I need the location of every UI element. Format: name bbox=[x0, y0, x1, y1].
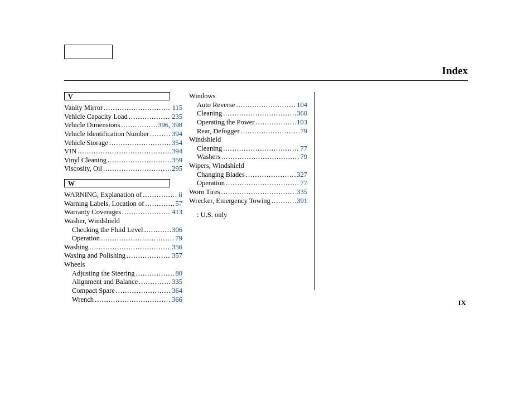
index-entry-leader: ........................................… bbox=[101, 234, 175, 243]
index-entry-label: Operation bbox=[197, 179, 226, 188]
index-entry-leader: ........................................… bbox=[116, 287, 171, 296]
index-page-link[interactable]: 394 bbox=[171, 130, 182, 139]
index-page-link[interactable]: 364 bbox=[171, 287, 182, 296]
index-page-link[interactable]: 77 bbox=[299, 144, 308, 153]
index-entry-label: Vinyl Cleaning bbox=[64, 156, 108, 165]
index-entry-leader: ........................................… bbox=[145, 200, 174, 209]
index-page-link[interactable]: 104 bbox=[296, 101, 307, 110]
index-entry: Vehicle Dimensions......................… bbox=[64, 121, 182, 130]
index-page-link[interactable]: 357 bbox=[171, 252, 182, 260]
index-entry-leader: ........................................… bbox=[122, 208, 171, 217]
index-entry-label: Operation bbox=[72, 234, 101, 243]
index-entry-label: Windows bbox=[189, 92, 216, 101]
index-entry: Washers.................................… bbox=[189, 153, 307, 162]
index-entry: Vehicle Storage.........................… bbox=[64, 139, 182, 148]
index-entry-label: Waxing and Polishing bbox=[64, 252, 127, 260]
index-entry: Changing Blades.........................… bbox=[189, 171, 307, 180]
index-entry: Wrecker, Emergency Towing...............… bbox=[189, 197, 307, 206]
index-page-link[interactable]: 327 bbox=[296, 171, 307, 180]
index-page-link[interactable]: 359 bbox=[171, 156, 182, 165]
index-entry-leader: ........................................… bbox=[104, 104, 171, 113]
index-entry-leader: ........................................… bbox=[109, 139, 171, 148]
index-entry: Washing.................................… bbox=[64, 243, 182, 252]
index-column: VVanity Mirror..........................… bbox=[64, 92, 189, 304]
index-page-link[interactable]: 335 bbox=[296, 188, 307, 197]
index-page-link[interactable]: 335 bbox=[171, 278, 182, 287]
index-entry-leader: ........................................… bbox=[95, 296, 171, 305]
index-page-link[interactable]: 354 bbox=[171, 139, 182, 148]
index-page-link[interactable]: 396, 398 bbox=[157, 121, 182, 130]
index-page-link[interactable]: 366 bbox=[171, 296, 182, 305]
index-entry-label: Vehicle Dimensions bbox=[64, 121, 121, 130]
index-page-link[interactable]: 80 bbox=[175, 269, 183, 278]
index-page-link[interactable]: 79 bbox=[299, 153, 308, 162]
index-page-link[interactable]: 306 bbox=[171, 226, 182, 235]
index-entry: Checking the Fluid Level................… bbox=[64, 226, 182, 235]
index-page-link[interactable]: 394 bbox=[171, 147, 182, 156]
index-entry: Compact Spare...........................… bbox=[64, 287, 182, 296]
index-page-link[interactable]: 235 bbox=[171, 113, 182, 122]
index-entry-label: Adjusting the Steering bbox=[72, 269, 136, 278]
index-entry-label: Warning Labels, Location of bbox=[64, 200, 145, 209]
index-page-link[interactable]: 413 bbox=[171, 208, 182, 217]
index-entry-label: Washers bbox=[197, 153, 221, 162]
index-letter-header: V bbox=[64, 92, 170, 100]
index-entry-leader: ........................................… bbox=[108, 156, 171, 165]
index-entry: Vehicle Identification Number...........… bbox=[64, 130, 182, 139]
index-entry-leader: ........................................… bbox=[121, 121, 157, 130]
index-entry-leader: ........................................… bbox=[143, 191, 177, 200]
index-page-link[interactable]: 360 bbox=[296, 109, 307, 118]
index-page-link[interactable]: 356 bbox=[171, 243, 182, 252]
index-entry: Vinyl Cleaning..........................… bbox=[64, 156, 182, 165]
index-letter-header: W bbox=[64, 179, 170, 187]
index-entry: Alignment and Balance...................… bbox=[64, 278, 182, 287]
index-page-link[interactable]: 57 bbox=[175, 200, 183, 209]
index-entry: Adjusting the Steering..................… bbox=[64, 269, 182, 278]
index-entry-leader: ........................................… bbox=[129, 113, 171, 122]
index-entry: Warning Labels, Location of.............… bbox=[64, 200, 182, 209]
index-page-link[interactable]: ii bbox=[177, 191, 182, 200]
index-page-link[interactable]: 79 bbox=[299, 127, 308, 136]
index-entry-leader: ........................................… bbox=[89, 243, 171, 252]
index-entry-label: Worn Tires bbox=[189, 188, 221, 197]
index-entry-leader: ........................................… bbox=[223, 144, 299, 153]
index-entry-leader: ........................................… bbox=[246, 171, 296, 180]
index-entry: Wheels bbox=[64, 260, 182, 269]
index-entry: Auto Reverse............................… bbox=[189, 101, 307, 110]
index-entry-label: VIN bbox=[64, 147, 78, 156]
index-entry-label: Viscosity, Oil bbox=[64, 165, 103, 173]
index-page-link[interactable]: 77 bbox=[299, 179, 308, 188]
index-entry-label: Washer, Windshield bbox=[64, 217, 121, 226]
index-entry-leader: ........................................… bbox=[150, 130, 171, 139]
index-page-link[interactable]: 115 bbox=[171, 104, 182, 113]
index-column: WindowsAuto Reverse.....................… bbox=[189, 92, 315, 290]
index-entry-label: Compact Spare bbox=[72, 287, 116, 296]
index-entry: Worn Tires..............................… bbox=[189, 188, 307, 197]
index-entry: Operation...............................… bbox=[64, 234, 182, 243]
index-entry-label: Vehicle Identification Number bbox=[64, 130, 150, 139]
index-entry-label: Changing Blades bbox=[197, 171, 246, 180]
index-entry: Cleaning................................… bbox=[189, 109, 307, 118]
index-entry: Cleaning................................… bbox=[189, 144, 307, 153]
index-entry: Rear, Defogger..........................… bbox=[189, 127, 307, 136]
index-entry-label: Vehicle Capacity Load bbox=[64, 113, 129, 122]
index-entry: Wrench..................................… bbox=[64, 296, 182, 305]
index-entry-label: Cleaning bbox=[197, 109, 223, 118]
index-entry-label: Windshield bbox=[189, 136, 222, 144]
index-entry-label: Wrecker, Emergency Towing bbox=[189, 197, 272, 206]
index-entry-leader: ........................................… bbox=[221, 188, 296, 197]
index-page-link[interactable]: 391 bbox=[296, 197, 307, 206]
index-entry-label: Alignment and Balance bbox=[72, 278, 139, 287]
page-title: Index bbox=[442, 65, 468, 77]
index-page-link[interactable]: 103 bbox=[296, 118, 307, 127]
index-entry-label: Wheels bbox=[64, 260, 86, 269]
index-entry-label: Vanity Mirror bbox=[64, 104, 104, 113]
index-columns: VVanity Mirror..........................… bbox=[64, 92, 468, 304]
index-page-link[interactable]: 79 bbox=[175, 234, 183, 243]
index-page-link[interactable]: 295 bbox=[171, 165, 182, 173]
index-entry: Washer, Windshield bbox=[64, 217, 182, 226]
index-entry-leader: ........................................… bbox=[144, 226, 171, 235]
index-entry-label: Warranty Coverages bbox=[64, 208, 122, 217]
index-entry: Viscosity, Oil..........................… bbox=[64, 165, 182, 173]
index-note: : U.S. only bbox=[197, 211, 307, 220]
